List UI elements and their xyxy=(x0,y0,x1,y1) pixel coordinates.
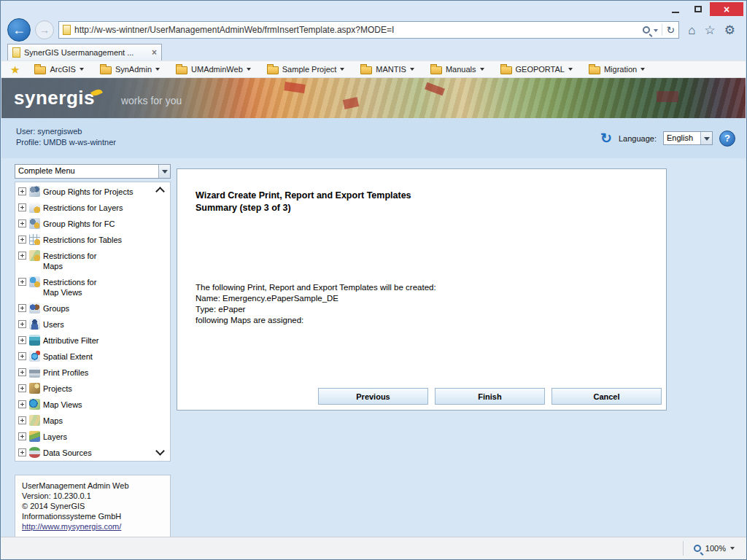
expand-plus-icon[interactable] xyxy=(18,352,26,360)
tree-item-label: Projects xyxy=(43,384,72,394)
home-icon[interactable]: ⌂ xyxy=(688,24,695,36)
chevron-down-icon xyxy=(700,132,712,144)
page-content: Complete Menu Group Rights for Projects … xyxy=(1,158,746,537)
favorites-star-icon[interactable]: ☆ xyxy=(705,24,716,36)
reload-icon[interactable]: ↻ xyxy=(600,131,612,145)
search-icon[interactable] xyxy=(643,26,650,34)
tab-strip: SynerGIS Usermanagement ... × xyxy=(2,43,745,61)
expand-plus-icon[interactable] xyxy=(18,432,26,440)
maps-icon xyxy=(29,415,40,426)
tree-item[interactable]: Spatial Extent xyxy=(17,349,169,365)
wizard-buttons: PreviousFinishCancel xyxy=(318,388,662,405)
maximize-button[interactable] xyxy=(687,2,709,16)
browser-tab[interactable]: SynerGIS Usermanagement ... × xyxy=(7,44,162,61)
forward-button[interactable]: → xyxy=(35,20,54,39)
expand-plus-icon[interactable] xyxy=(18,236,26,244)
expand-plus-icon[interactable] xyxy=(18,400,26,408)
tree-item[interactable]: Attributive Filter xyxy=(17,332,169,349)
tree-item-label: Restrictions for Map Views xyxy=(43,277,110,298)
folder-icon xyxy=(267,66,279,74)
language-select[interactable]: English xyxy=(663,131,713,145)
chevron-down-icon xyxy=(640,68,645,73)
tree-item[interactable]: Restrictions for Map Views xyxy=(17,274,169,300)
tab-close-icon[interactable]: × xyxy=(152,47,157,58)
expand-plus-icon[interactable] xyxy=(18,219,26,228)
favorites-bar-item[interactable]: Sample Project xyxy=(267,65,345,74)
tree-item-partial[interactable] xyxy=(17,461,169,462)
tree-item-label: Restrictions for Layers xyxy=(43,203,123,213)
user-info-bar: User: synergisweb Profile: UMDB w-ws-win… xyxy=(1,118,746,158)
help-button[interactable]: ? xyxy=(719,131,735,147)
expand-plus-icon[interactable] xyxy=(18,336,26,344)
expand-plus-icon[interactable] xyxy=(18,203,26,211)
favorites-bar-item[interactable]: Manuals xyxy=(430,65,484,74)
zoom-control[interactable]: 100% xyxy=(683,541,739,556)
favorites-bar-item[interactable]: GEOPORTAL xyxy=(500,65,573,74)
expand-plus-icon[interactable] xyxy=(18,278,26,286)
add-favorite-star-icon[interactable]: ★ xyxy=(10,64,20,75)
footer-link[interactable]: http://www.mysynergis.com/ xyxy=(22,522,121,531)
wizard-panel: Wizard Create Print, Report and Export T… xyxy=(177,168,667,411)
tree-item[interactable]: Restrictions for Maps xyxy=(17,248,169,274)
settings-gear-icon[interactable]: ⚙ xyxy=(724,24,735,36)
tree-list: Group Rights for Projects Restrictions f… xyxy=(17,184,169,461)
user-label: User: xyxy=(16,127,35,136)
tree-item-label: Groups xyxy=(43,303,69,314)
profile-value: UMDB w-ws-wintner xyxy=(43,138,116,147)
favorites-bar-item[interactable]: ArcGIS xyxy=(34,65,83,74)
favorites-bar-item[interactable]: SynAdmin xyxy=(100,65,160,74)
group-rights-for-projects-icon xyxy=(29,186,40,197)
tree-item-label: Spatial Extent xyxy=(43,351,93,362)
favorite-label: GEOPORTAL xyxy=(516,65,565,74)
address-bar[interactable]: http://w-ws-wintner/UserManagementAdminW… xyxy=(58,21,679,39)
question-icon: ? xyxy=(724,133,730,144)
expand-plus-icon[interactable] xyxy=(18,320,26,328)
tab-title: SynerGIS Usermanagement ... xyxy=(24,48,148,57)
previous-button[interactable]: Previous xyxy=(318,388,428,405)
close-button[interactable]: × xyxy=(710,2,743,16)
tree-item[interactable]: Print Profiles xyxy=(17,365,169,381)
favorites-bar-item[interactable]: UMAdminWeb xyxy=(176,65,251,74)
favorites-bar-item[interactable]: Migration xyxy=(589,65,645,74)
expand-plus-icon[interactable] xyxy=(18,416,26,424)
tree-item[interactable]: Map Views xyxy=(17,397,169,413)
expand-plus-icon[interactable] xyxy=(18,187,26,195)
expand-plus-icon[interactable] xyxy=(18,304,26,312)
tree-item[interactable]: Restrictions for Layers xyxy=(17,200,169,216)
cancel-button[interactable]: Cancel xyxy=(551,388,662,405)
forward-arrow-icon: → xyxy=(39,24,50,36)
favorites-list: ArcGIS SynAdmin UMAdminWeb Sample Projec… xyxy=(34,65,645,74)
tree-item[interactable]: Group Rights for FC xyxy=(17,216,169,232)
sidebar-tree: Group Rights for Projects Restrictions f… xyxy=(15,182,171,462)
footer-copyright: © 2014 SynerGIS xyxy=(22,501,163,511)
expand-plus-icon[interactable] xyxy=(18,368,26,376)
finish-button[interactable]: Finish xyxy=(435,388,545,405)
chevron-down-icon xyxy=(410,68,414,73)
back-button[interactable]: ← xyxy=(7,18,31,42)
restrictions-for-maps-icon xyxy=(29,250,40,261)
tree-item[interactable]: Groups xyxy=(17,300,169,316)
tree-item[interactable]: Projects xyxy=(17,381,169,397)
favorites-bar-item[interactable]: MANTIS xyxy=(360,65,414,74)
refresh-icon[interactable]: ↻ xyxy=(666,25,675,35)
tree-item[interactable]: Group Rights for Projects xyxy=(17,184,169,200)
expand-plus-icon[interactable] xyxy=(18,448,26,456)
tree-item-label: Print Profiles xyxy=(43,368,88,378)
language-selected-value: English xyxy=(664,132,700,144)
tree-item[interactable]: Users xyxy=(17,316,169,332)
tree-item[interactable]: Data Sources xyxy=(17,445,169,461)
sidebar-footer: UserManagement Admin Web Version: 10.230… xyxy=(15,475,171,537)
tree-item[interactable]: Layers xyxy=(17,429,169,445)
expand-plus-icon[interactable] xyxy=(18,252,26,260)
menu-select[interactable]: Complete Menu xyxy=(15,164,171,179)
footer-app-name: UserManagement Admin Web xyxy=(22,481,163,491)
tree-item[interactable]: Restrictions for Tables xyxy=(17,232,169,248)
tree-item-label: Data Sources xyxy=(43,448,92,458)
favorite-label: Sample Project xyxy=(282,65,337,74)
tree-item[interactable]: Maps xyxy=(17,413,169,429)
expand-plus-icon[interactable] xyxy=(18,384,26,392)
folder-icon xyxy=(100,66,112,74)
minimize-button[interactable] xyxy=(665,2,686,16)
users-icon xyxy=(29,319,40,330)
search-caret-icon[interactable] xyxy=(654,29,658,34)
